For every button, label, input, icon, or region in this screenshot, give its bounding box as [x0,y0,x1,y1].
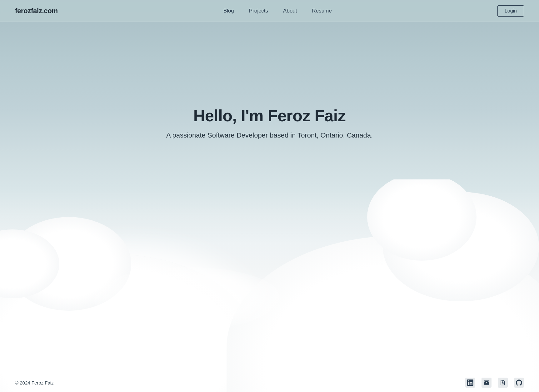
linkedin-icon[interactable] [465,378,475,388]
site-logo[interactable]: ferozfaiz.com [15,7,58,15]
clouds-decoration [0,179,539,392]
github-icon[interactable] [514,378,524,388]
social-links [465,378,524,388]
nav-projects[interactable]: Projects [249,8,268,14]
header: ferozfaiz.com Blog Projects About Resume… [0,0,539,22]
hero-section: Hello, I'm Feroz Faiz A passionate Softw… [0,0,539,392]
footer: © 2024 Feroz Faiz [0,373,539,392]
cloud-right [227,236,539,392]
hero-title: Hello, I'm Feroz Faiz [166,106,373,125]
hero-subtitle: A passionate Software Developer based in… [166,131,373,139]
copyright-text: © 2024 Feroz Faiz [15,380,54,385]
nav-about[interactable]: About [283,8,297,14]
hero-content: Hello, I'm Feroz Faiz A passionate Softw… [166,106,373,139]
email-icon[interactable] [482,378,492,388]
login-button[interactable]: Login [497,5,524,17]
cloud-mid [94,267,281,329]
document-icon[interactable] [498,378,508,388]
cloud-left [0,254,256,392]
main-nav: Blog Projects About Resume [223,8,332,14]
nav-resume[interactable]: Resume [312,8,332,14]
nav-blog[interactable]: Blog [223,8,234,14]
